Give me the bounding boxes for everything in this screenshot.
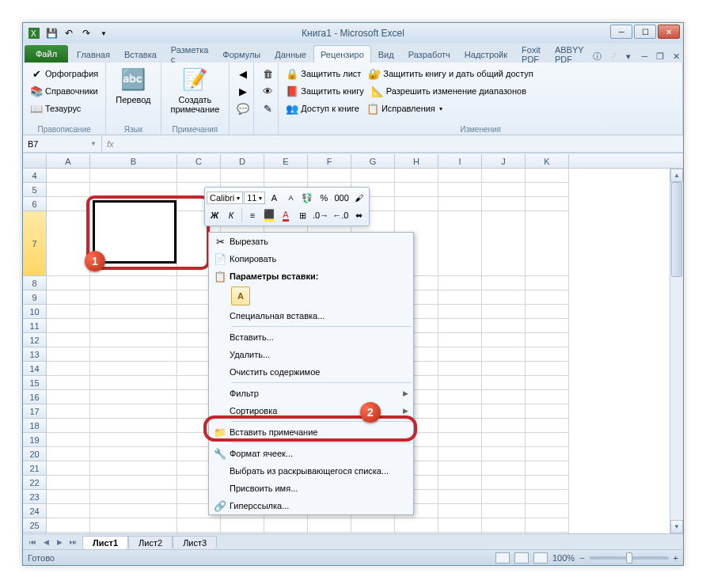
row-header-20[interactable]: 20	[23, 447, 47, 461]
cell-A15[interactable]	[47, 376, 90, 390]
row-header-19[interactable]: 19	[23, 433, 47, 447]
vertical-scrollbar[interactable]: ▲ ▼	[670, 169, 683, 533]
ribbon-tab-3[interactable]: Формулы	[215, 45, 268, 63]
cell-J16[interactable]	[482, 390, 526, 404]
row-header-7[interactable]: 7	[23, 211, 47, 276]
page-break-button[interactable]	[533, 552, 548, 563]
cell-B12[interactable]	[90, 333, 177, 347]
save-icon[interactable]: 💾	[44, 25, 59, 41]
cell-B13[interactable]	[90, 347, 177, 362]
cell-J20[interactable]	[482, 447, 526, 461]
ribbon-tab-7[interactable]: Разработч	[401, 45, 457, 63]
bold-icon[interactable]: Ж	[207, 207, 222, 223]
ribbon-tab-6[interactable]: Вид	[371, 45, 401, 63]
col-header-F[interactable]: F	[308, 154, 351, 168]
cell-D25[interactable]	[221, 518, 264, 533]
col-header-C[interactable]: C	[177, 154, 221, 168]
prev-comment-button[interactable]: ◀	[234, 66, 252, 81]
cell-B23[interactable]	[90, 490, 177, 504]
cell-K20[interactable]	[526, 447, 569, 461]
row-header-22[interactable]: 22	[23, 476, 47, 490]
help-icon[interactable]: ❔	[606, 50, 619, 63]
cell-A22[interactable]	[47, 476, 90, 490]
cell-A14[interactable]	[47, 362, 90, 376]
cell-K4[interactable]	[526, 169, 569, 183]
research-button[interactable]: 📚Справочники	[28, 84, 101, 98]
select-all-corner[interactable]	[23, 154, 47, 168]
ribbon-tab-2[interactable]: Разметка с	[164, 45, 216, 63]
row-header-23[interactable]: 23	[23, 490, 47, 504]
border-icon[interactable]: ⊞	[294, 207, 310, 223]
cell-A10[interactable]	[47, 305, 90, 319]
cell-A13[interactable]	[47, 347, 90, 362]
cell-B22[interactable]	[90, 476, 177, 490]
cell-J12[interactable]	[482, 333, 526, 347]
close-button[interactable]: ✕	[658, 25, 680, 39]
ctx-paste-special[interactable]: Специальная вставка...	[209, 307, 413, 324]
undo-icon[interactable]: ↶	[61, 25, 77, 41]
sheet-tab-0[interactable]: Лист1	[82, 536, 128, 549]
cell-A19[interactable]	[47, 433, 90, 447]
track-changes-button[interactable]: 📋Исправления▾	[364, 101, 445, 116]
cell-I23[interactable]	[438, 490, 482, 504]
col-header-G[interactable]: G	[351, 154, 395, 168]
zoom-slider[interactable]	[590, 556, 669, 560]
cell-K25[interactable]	[526, 518, 569, 533]
cell-A5[interactable]	[47, 183, 90, 197]
file-tab[interactable]: Файл	[25, 45, 68, 63]
row-header-17[interactable]: 17	[23, 404, 47, 419]
cell-I24[interactable]	[438, 504, 482, 518]
cell-J11[interactable]	[482, 319, 526, 333]
redo-icon[interactable]: ↷	[78, 25, 94, 41]
fill-color-icon[interactable]: ⬛	[261, 207, 277, 223]
sheet-prev-icon[interactable]: ◀	[40, 536, 52, 548]
protect-share-button[interactable]: 🔐Защитить книгу и дать общий доступ	[366, 66, 535, 81]
cell-B17[interactable]	[90, 404, 177, 419]
ctx-copy[interactable]: 📄Копировать	[209, 250, 413, 267]
row-header-21[interactable]: 21	[23, 461, 47, 476]
next-comment-button[interactable]: ▶	[234, 84, 252, 98]
align-icon[interactable]: ≡	[245, 207, 260, 223]
name-box[interactable]: ▼	[23, 135, 102, 152]
show-comment-button[interactable]: 💬	[234, 101, 252, 116]
cell-J6[interactable]	[482, 197, 526, 211]
ribbon-tab-1[interactable]: Вставка	[117, 45, 164, 63]
ctx-name-range[interactable]: Присвоить имя...	[209, 480, 413, 497]
sheet-last-icon[interactable]: ⏭	[66, 536, 79, 548]
ribbon-tab-4[interactable]: Данные	[268, 45, 313, 63]
cell-A11[interactable]	[47, 319, 90, 333]
cell-K11[interactable]	[526, 319, 569, 333]
maximize-button[interactable]: ☐	[634, 25, 656, 39]
font-selector[interactable]: Calibri▾	[207, 192, 243, 204]
excel-icon[interactable]: X	[26, 25, 42, 41]
cell-A24[interactable]	[47, 504, 90, 518]
cell-B25[interactable]	[90, 518, 177, 533]
scroll-down-button[interactable]: ▼	[670, 520, 683, 533]
cell-K13[interactable]	[526, 347, 569, 362]
paste-keep-format[interactable]: A	[231, 286, 250, 305]
cell-H25[interactable]	[395, 518, 438, 533]
row-header-9[interactable]: 9	[23, 290, 47, 305]
cell-H4[interactable]	[395, 169, 438, 183]
cell-I20[interactable]	[438, 447, 482, 461]
cell-J14[interactable]	[482, 362, 526, 376]
cell-K16[interactable]	[526, 390, 569, 404]
cell-B5[interactable]	[90, 183, 177, 197]
decrease-decimal-icon[interactable]: ←.0	[331, 207, 350, 223]
zoom-thumb[interactable]	[626, 552, 632, 563]
thesaurus-button[interactable]: 📖Тезаурус	[28, 101, 83, 116]
cell-J8[interactable]	[482, 276, 526, 290]
sheet-next-icon[interactable]: ▶	[53, 536, 66, 548]
ribbon-opts-icon[interactable]: ▾	[622, 50, 635, 63]
ink-button[interactable]: ✎	[259, 101, 276, 116]
name-box-input[interactable]	[28, 139, 75, 149]
cell-C4[interactable]	[177, 169, 221, 183]
col-header-J[interactable]: J	[482, 154, 526, 168]
ribbon-tab-10[interactable]: ABBYY PDF	[548, 45, 591, 63]
cell-B21[interactable]	[90, 461, 177, 476]
cell-J15[interactable]	[482, 376, 526, 390]
row-header-4[interactable]: 4	[23, 169, 47, 183]
ribbon-tab-9[interactable]: Foxit PDF	[514, 45, 548, 63]
cell-A25[interactable]	[47, 518, 90, 533]
cell-B20[interactable]	[90, 447, 177, 461]
